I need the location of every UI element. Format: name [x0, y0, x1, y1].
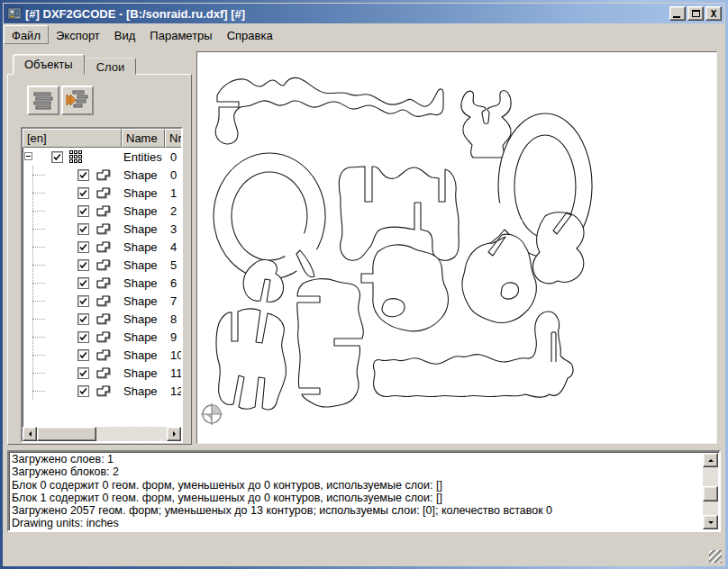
column-header-en[interactable]: [en] [23, 129, 122, 148]
row-name: Shape [123, 276, 158, 290]
tree-stub-line [32, 283, 45, 284]
table-row-shape[interactable]: Shape 11 [23, 364, 181, 382]
dxf-drawing [197, 52, 716, 443]
menu-item[interactable]: Справка [220, 25, 280, 44]
menu-item[interactable]: Экспорт [49, 25, 107, 44]
shape-icon [96, 240, 112, 256]
checkbox-checked[interactable] [77, 223, 89, 235]
drawing-canvas[interactable] [196, 51, 717, 444]
row-nr: 3 [170, 222, 177, 236]
tree-horizontal-scrollbar[interactable] [23, 427, 181, 441]
row-name: Shape [123, 240, 158, 254]
table-row-shape[interactable]: Shape 12 [23, 382, 181, 400]
scroll-left-button[interactable] [23, 427, 37, 441]
table-row-shape[interactable]: Shape 7 [23, 292, 181, 310]
column-header-nr[interactable]: Nr [165, 129, 183, 148]
check-icon [78, 386, 88, 396]
checkbox-checked[interactable] [77, 349, 89, 361]
close-button[interactable]: X [705, 6, 722, 21]
tree-stub-line [32, 373, 45, 374]
shape-icon [96, 348, 112, 364]
checkbox-checked[interactable] [77, 277, 89, 289]
scrollbar-track[interactable] [96, 427, 167, 441]
row-name: Shape [123, 348, 158, 362]
minimize-button[interactable] [669, 6, 686, 21]
row-name: Shape [123, 384, 158, 398]
menu-item[interactable]: Параметры [142, 25, 219, 44]
tree-body: Entities 0 [23, 148, 181, 405]
table-row-shape[interactable]: Shape 0 [23, 166, 181, 184]
tab-layers[interactable]: Слои [85, 58, 137, 75]
contour-ring-right-foot [532, 212, 584, 284]
checkbox-checked[interactable] [77, 169, 89, 181]
log-line: Загружено слоев: 1 [12, 453, 701, 465]
tree-stub-line [32, 301, 45, 302]
table-row-shape[interactable]: Shape 3 [23, 220, 181, 238]
checkbox-checked[interactable] [77, 187, 89, 199]
scroll-up-button[interactable] [703, 453, 718, 467]
column-header-name[interactable]: Name [122, 129, 165, 148]
scroll-right-button[interactable] [167, 427, 181, 441]
checkbox-checked[interactable] [77, 241, 89, 253]
table-row-entities[interactable]: Entities 0 [23, 148, 181, 166]
row-nr: 11 [170, 366, 181, 380]
checkbox-checked[interactable] [77, 295, 89, 307]
list-view-button[interactable] [27, 86, 59, 115]
collapse-expander-icon[interactable] [24, 152, 32, 160]
tab-objects[interactable]: Объекты [13, 54, 85, 75]
scroll-down-button[interactable] [703, 515, 718, 529]
checkbox-checked[interactable] [77, 385, 89, 397]
objects-panel: [en] Name Nr [7, 74, 192, 445]
table-row-shape[interactable]: Shape 4 [23, 238, 181, 256]
check-icon [78, 278, 88, 288]
shape-icon [96, 168, 112, 184]
arrow-left-icon [26, 431, 32, 437]
row-name: Shape [123, 204, 158, 218]
titlebar[interactable]: [#] DXF2GCODE - [B:/sonraid.ru.dxf] [#] … [4, 4, 724, 23]
contour-hole-1 [382, 299, 405, 317]
log-line: Загружено 2057 геом. форм; уменьшеных до… [12, 504, 701, 517]
menu-item[interactable]: Вид [107, 25, 143, 44]
resize-grip[interactable] [709, 550, 722, 563]
shape-icon [96, 258, 112, 274]
checkbox-checked[interactable] [77, 331, 89, 343]
shape-icon [96, 312, 112, 328]
message-log[interactable]: Загружено слоев: 1Загружено блоков: 2Бло… [7, 450, 721, 532]
maximize-button[interactable] [687, 6, 704, 21]
table-row-shape[interactable]: Shape 1 [23, 184, 181, 202]
table-row-shape[interactable]: Shape 5 [23, 256, 181, 274]
checkbox-checked[interactable] [77, 367, 89, 379]
checkbox-checked[interactable] [77, 259, 89, 271]
checkbox-checked[interactable] [77, 313, 89, 325]
check-icon [78, 332, 88, 342]
check-icon [52, 152, 62, 162]
row-nr: 6 [170, 276, 177, 290]
row-name: Shape [123, 366, 158, 380]
contour-middle-slotted-blob [297, 279, 364, 407]
checkbox-checked[interactable] [51, 151, 63, 163]
log-line: Блок 0 содержит 0 геом. форм, уменьшеных… [12, 479, 701, 492]
table-row-shape[interactable]: Shape 6 [23, 274, 181, 292]
checkbox-checked[interactable] [77, 205, 89, 217]
contour-bottom-left-crown [216, 309, 287, 410]
row-nr: 0 [170, 150, 177, 164]
menu-item[interactable]: Файл [4, 25, 49, 44]
scrollbar-thumb[interactable] [703, 486, 718, 501]
log-vertical-scrollbar[interactable] [703, 453, 718, 529]
contour-blob-hole-1 [361, 245, 448, 331]
check-icon [78, 242, 88, 252]
scrollbar-thumb[interactable] [37, 427, 96, 441]
check-icon [78, 206, 88, 216]
log-lines: Загружено слоев: 1Загружено блоков: 2Бло… [12, 453, 701, 529]
table-row-shape[interactable]: Shape 2 [23, 202, 181, 220]
collapse-tree-button[interactable] [61, 86, 94, 115]
table-row-shape[interactable]: Shape 8 [23, 310, 181, 328]
contour-blob-hole-2 [462, 234, 536, 322]
check-icon [78, 188, 88, 198]
row-name: Shape [123, 294, 158, 308]
table-row-shape[interactable]: Shape 10 [23, 346, 181, 364]
shape-icon [96, 222, 112, 238]
row-nr: 12 [170, 384, 181, 398]
table-row-shape[interactable]: Shape 9 [23, 328, 181, 346]
shape-icon [96, 186, 112, 202]
